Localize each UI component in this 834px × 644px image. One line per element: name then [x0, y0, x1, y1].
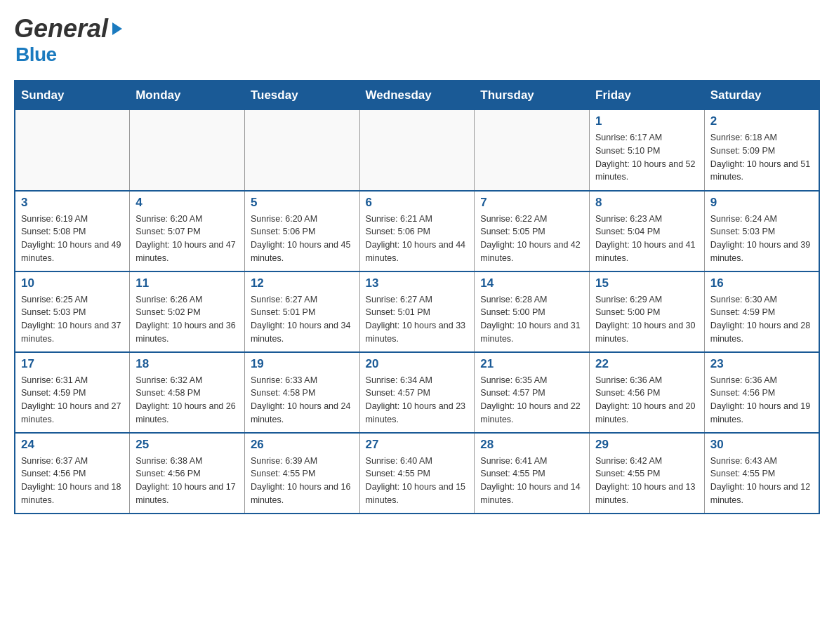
day-number: 10 — [21, 276, 124, 290]
logo-blue-text: Blue — [15, 43, 57, 66]
calendar-cell: 26Sunrise: 6:39 AM Sunset: 4:55 PM Dayli… — [244, 433, 359, 514]
day-info: Sunrise: 6:43 AM Sunset: 4:55 PM Dayligh… — [710, 455, 813, 507]
day-info: Sunrise: 6:40 AM Sunset: 4:55 PM Dayligh… — [366, 455, 469, 507]
day-info: Sunrise: 6:29 AM Sunset: 5:00 PM Dayligh… — [595, 293, 699, 346]
day-number: 18 — [135, 357, 239, 371]
logo-area: General Blue — [14, 14, 122, 66]
calendar-week-row: 3Sunrise: 6:19 AM Sunset: 5:08 PM Daylig… — [15, 191, 819, 271]
day-number: 22 — [595, 357, 699, 371]
calendar-header-tuesday: Tuesday — [244, 81, 359, 110]
day-info: Sunrise: 6:28 AM Sunset: 5:00 PM Dayligh… — [480, 293, 583, 346]
calendar-cell: 6Sunrise: 6:21 AM Sunset: 5:06 PM Daylig… — [359, 191, 475, 271]
day-number: 25 — [135, 438, 239, 452]
day-info: Sunrise: 6:18 AM Sunset: 5:09 PM Dayligh… — [710, 131, 813, 184]
day-number: 4 — [135, 196, 239, 210]
day-info: Sunrise: 6:23 AM Sunset: 5:04 PM Dayligh… — [595, 213, 699, 265]
calendar-cell: 22Sunrise: 6:36 AM Sunset: 4:56 PM Dayli… — [590, 352, 705, 433]
day-number: 30 — [710, 438, 813, 452]
calendar-cell: 8Sunrise: 6:23 AM Sunset: 5:04 PM Daylig… — [590, 191, 705, 271]
calendar-cell: 18Sunrise: 6:32 AM Sunset: 4:58 PM Dayli… — [130, 352, 245, 433]
calendar-cell — [475, 110, 590, 191]
calendar-cell: 1Sunrise: 6:17 AM Sunset: 5:10 PM Daylig… — [590, 110, 705, 191]
day-number: 2 — [710, 114, 813, 128]
day-number: 23 — [710, 357, 813, 371]
day-info: Sunrise: 6:25 AM Sunset: 5:03 PM Dayligh… — [21, 293, 124, 346]
calendar-cell: 27Sunrise: 6:40 AM Sunset: 4:55 PM Dayli… — [359, 433, 475, 514]
calendar-cell: 17Sunrise: 6:31 AM Sunset: 4:59 PM Dayli… — [15, 352, 130, 433]
calendar-header-sunday: Sunday — [15, 81, 130, 110]
calendar-header-friday: Friday — [590, 81, 705, 110]
day-number: 17 — [21, 357, 124, 371]
calendar-cell: 14Sunrise: 6:28 AM Sunset: 5:00 PM Dayli… — [475, 271, 590, 352]
calendar-cell: 28Sunrise: 6:41 AM Sunset: 4:55 PM Dayli… — [475, 433, 590, 514]
day-info: Sunrise: 6:22 AM Sunset: 5:05 PM Dayligh… — [480, 213, 583, 265]
day-number: 8 — [595, 196, 699, 210]
calendar-cell: 12Sunrise: 6:27 AM Sunset: 5:01 PM Dayli… — [244, 271, 359, 352]
day-info: Sunrise: 6:19 AM Sunset: 5:08 PM Dayligh… — [21, 213, 124, 265]
calendar-cell: 16Sunrise: 6:30 AM Sunset: 4:59 PM Dayli… — [704, 271, 819, 352]
day-info: Sunrise: 6:36 AM Sunset: 4:56 PM Dayligh… — [595, 374, 699, 427]
day-info: Sunrise: 6:36 AM Sunset: 4:56 PM Dayligh… — [710, 374, 813, 427]
day-info: Sunrise: 6:39 AM Sunset: 4:55 PM Dayligh… — [251, 455, 354, 507]
calendar-cell: 25Sunrise: 6:38 AM Sunset: 4:56 PM Dayli… — [130, 433, 245, 514]
calendar-header-monday: Monday — [130, 81, 245, 110]
calendar-cell: 13Sunrise: 6:27 AM Sunset: 5:01 PM Dayli… — [359, 271, 475, 352]
day-info: Sunrise: 6:33 AM Sunset: 4:58 PM Dayligh… — [251, 374, 354, 427]
day-number: 9 — [710, 196, 813, 210]
calendar-header-row: SundayMondayTuesdayWednesdayThursdayFrid… — [15, 81, 819, 110]
calendar-cell: 3Sunrise: 6:19 AM Sunset: 5:08 PM Daylig… — [15, 191, 130, 271]
calendar-cell: 10Sunrise: 6:25 AM Sunset: 5:03 PM Dayli… — [15, 271, 130, 352]
day-info: Sunrise: 6:27 AM Sunset: 5:01 PM Dayligh… — [251, 293, 354, 346]
day-info: Sunrise: 6:34 AM Sunset: 4:57 PM Dayligh… — [366, 374, 469, 427]
day-info: Sunrise: 6:27 AM Sunset: 5:01 PM Dayligh… — [366, 293, 469, 346]
day-info: Sunrise: 6:42 AM Sunset: 4:55 PM Dayligh… — [595, 455, 699, 507]
day-info: Sunrise: 6:24 AM Sunset: 5:03 PM Dayligh… — [710, 213, 813, 265]
calendar-cell: 19Sunrise: 6:33 AM Sunset: 4:58 PM Dayli… — [244, 352, 359, 433]
calendar-cell: 29Sunrise: 6:42 AM Sunset: 4:55 PM Dayli… — [590, 433, 705, 514]
day-number: 1 — [595, 114, 699, 128]
calendar-week-row: 1Sunrise: 6:17 AM Sunset: 5:10 PM Daylig… — [15, 110, 819, 191]
day-info: Sunrise: 6:31 AM Sunset: 4:59 PM Dayligh… — [21, 374, 124, 427]
logo-blue-label: Blue — [15, 43, 57, 65]
logo-triangle-icon — [112, 22, 122, 35]
calendar-cell: 24Sunrise: 6:37 AM Sunset: 4:56 PM Dayli… — [15, 433, 130, 514]
calendar-header-wednesday: Wednesday — [359, 81, 475, 110]
calendar-header-thursday: Thursday — [475, 81, 590, 110]
calendar-table: SundayMondayTuesdayWednesdayThursdayFrid… — [14, 80, 820, 514]
calendar-cell — [15, 110, 130, 191]
day-info: Sunrise: 6:41 AM Sunset: 4:55 PM Dayligh… — [480, 455, 583, 507]
day-number: 24 — [21, 438, 124, 452]
day-number: 11 — [135, 276, 239, 290]
day-info: Sunrise: 6:30 AM Sunset: 4:59 PM Dayligh… — [710, 293, 813, 346]
calendar-cell — [130, 110, 245, 191]
day-number: 26 — [251, 438, 354, 452]
calendar-cell: 9Sunrise: 6:24 AM Sunset: 5:03 PM Daylig… — [704, 191, 819, 271]
day-number: 14 — [480, 276, 583, 290]
day-number: 16 — [710, 276, 813, 290]
day-info: Sunrise: 6:26 AM Sunset: 5:02 PM Dayligh… — [135, 293, 239, 346]
day-number: 29 — [595, 438, 699, 452]
calendar-cell: 2Sunrise: 6:18 AM Sunset: 5:09 PM Daylig… — [704, 110, 819, 191]
calendar-header-saturday: Saturday — [704, 81, 819, 110]
day-info: Sunrise: 6:37 AM Sunset: 4:56 PM Dayligh… — [21, 455, 124, 507]
day-info: Sunrise: 6:32 AM Sunset: 4:58 PM Dayligh… — [135, 374, 239, 427]
day-number: 27 — [366, 438, 469, 452]
day-number: 13 — [366, 276, 469, 290]
day-number: 15 — [595, 276, 699, 290]
day-number: 5 — [251, 196, 354, 210]
day-number: 3 — [21, 196, 124, 210]
calendar-cell: 4Sunrise: 6:20 AM Sunset: 5:07 PM Daylig… — [130, 191, 245, 271]
calendar-cell: 5Sunrise: 6:20 AM Sunset: 5:06 PM Daylig… — [244, 191, 359, 271]
day-number: 21 — [480, 357, 583, 371]
day-info: Sunrise: 6:17 AM Sunset: 5:10 PM Dayligh… — [595, 131, 699, 184]
calendar-cell: 11Sunrise: 6:26 AM Sunset: 5:02 PM Dayli… — [130, 271, 245, 352]
calendar-cell: 15Sunrise: 6:29 AM Sunset: 5:00 PM Dayli… — [590, 271, 705, 352]
calendar-cell: 30Sunrise: 6:43 AM Sunset: 4:55 PM Dayli… — [704, 433, 819, 514]
calendar-cell: 7Sunrise: 6:22 AM Sunset: 5:05 PM Daylig… — [475, 191, 590, 271]
calendar-week-row: 24Sunrise: 6:37 AM Sunset: 4:56 PM Dayli… — [15, 433, 819, 514]
day-number: 28 — [480, 438, 583, 452]
calendar-cell — [244, 110, 359, 191]
day-number: 19 — [251, 357, 354, 371]
day-info: Sunrise: 6:21 AM Sunset: 5:06 PM Dayligh… — [366, 213, 469, 265]
calendar-cell: 23Sunrise: 6:36 AM Sunset: 4:56 PM Dayli… — [704, 352, 819, 433]
